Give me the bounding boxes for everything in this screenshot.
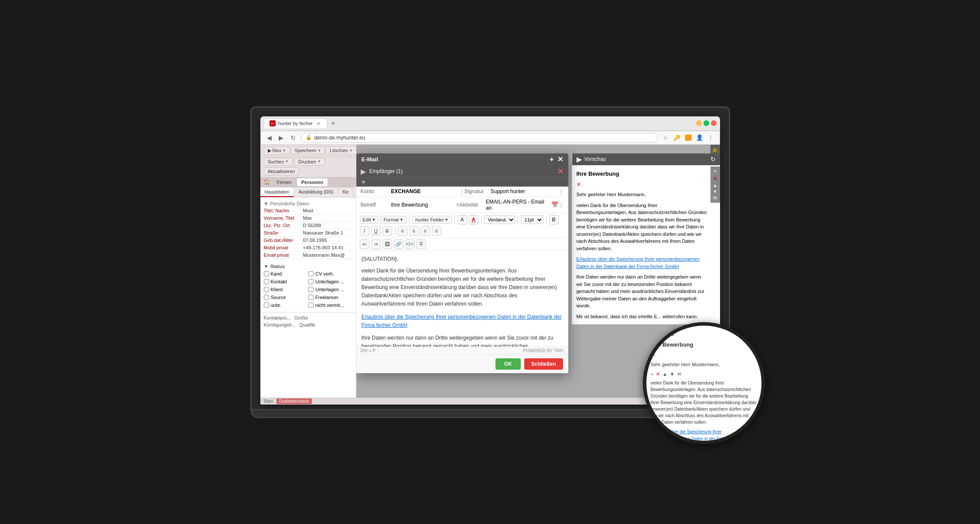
forward-button[interactable]: ▶ (277, 133, 285, 142)
preview-salutation: Sehr geehrter Herr Mustermann, (577, 191, 708, 198)
address-bar: ◀ ▶ ↻ 🔒 demo-de.myhunter.eu ☆ 🔑 🟧 👤 ⋮ (260, 131, 720, 145)
underline-button[interactable]: U (371, 226, 381, 236)
suchen-button[interactable]: Suchen ▼ (264, 158, 293, 166)
checkbox-kontakt-input[interactable] (264, 279, 269, 284)
mag-body: vielen Dank für die Übersendung Ihrer Be… (651, 380, 757, 425)
editor-area[interactable]: {SALUTATION}, vielen Dank für die Überse… (356, 251, 568, 347)
justify-button[interactable]: ≡ (432, 226, 441, 236)
close-window-button[interactable] (711, 120, 717, 126)
konto-more-button[interactable]: ⋮ (459, 188, 464, 195)
betreff-value: Ihre Bewerbung (391, 202, 457, 208)
checkbox-unbr-input[interactable] (264, 303, 269, 308)
format-dropdown-button[interactable]: Format ▼ (380, 216, 406, 224)
mag-title: Ihre Bewerbung (651, 340, 757, 349)
checkbox-source-input[interactable] (264, 295, 269, 300)
checkbox-unterlagen2-input[interactable] (308, 287, 314, 292)
preview-chevron-down[interactable]: ▼ (713, 189, 717, 194)
loeschen-dropdown-arrow: ▼ (349, 149, 353, 153)
tab-hauptdaten[interactable]: Hauptdaten (260, 187, 294, 197)
statusbar-path: DIV » P (361, 348, 376, 353)
code-button[interactable]: </> (405, 239, 415, 249)
loeschen-button[interactable]: Löschen ▼ (326, 146, 356, 154)
image-button[interactable]: 🖼 (382, 239, 392, 249)
checkbox-freelancer-input[interactable] (308, 295, 314, 300)
mag-chevron-up-icon: ▲ (662, 371, 667, 378)
preview-expand-icon[interactable]: ▶ (577, 155, 582, 163)
bookmark-icon[interactable]: ☆ (661, 133, 670, 142)
value-vorname: Max (303, 215, 352, 221)
field-geb: Geb.dat./Alter 07.08.1995 (264, 237, 352, 244)
italic-button[interactable]: I (360, 226, 369, 236)
back-button[interactable]: ◀ (265, 133, 273, 142)
felder-dropdown-button[interactable]: hunter Felder ▼ (412, 216, 451, 224)
checkbox-source: Source (264, 294, 308, 301)
betreff-align-button[interactable]: ≡ (456, 201, 460, 208)
drucken-button[interactable]: Drucken ▼ (294, 158, 325, 166)
preview-mail-icon[interactable]: ✉ (713, 195, 717, 201)
indent-left-button[interactable]: ⇐ (360, 239, 369, 249)
font-size-select[interactable]: 11pt (521, 215, 543, 224)
refresh-button[interactable]: ↻ (289, 133, 297, 142)
field-strasse: Straße Nassauer Straße 1 (264, 229, 352, 237)
preview-chevron-x[interactable]: ✕ (713, 176, 717, 182)
preview-link-text[interactable]: Erlaubnis über die Speicherung Ihrer per… (577, 256, 700, 269)
app-toolbar: ▶ Neu ▼ Speichern ▼ Löschen ▼ (260, 145, 356, 157)
align-center-button[interactable]: ≡ (409, 226, 419, 236)
collapse-icon[interactable]: ▼ (361, 179, 367, 186)
url-input[interactable]: 🔒 demo-de.myhunter.eu (301, 133, 658, 143)
maximize-button[interactable] (703, 120, 709, 126)
aktualisieren-button[interactable]: Aktualisieren (264, 167, 299, 175)
checkbox-klient-input[interactable] (264, 287, 269, 292)
new-tab-button[interactable]: + (328, 118, 338, 129)
tab-ke[interactable]: Ke (338, 187, 353, 197)
checkbox-nicht-vermit-input[interactable] (308, 303, 314, 308)
font-family-select[interactable]: Verdana (484, 215, 515, 224)
toolbar-section-left: ▶ Neu ▼ Speichern ▼ Löschen ▼ (264, 146, 356, 155)
remove-recipient-button[interactable]: ✕ (557, 167, 564, 175)
neu-button[interactable]: ▶ Neu ▼ (264, 146, 290, 155)
speichern-button[interactable]: Speichern ▼ (291, 146, 325, 154)
font-color2-button[interactable]: A (469, 215, 478, 225)
nav-firmen[interactable]: Firmen (273, 178, 296, 186)
link-button[interactable]: 🔗 (394, 239, 403, 249)
checkbox-freelancer-label: Freelancer (315, 295, 338, 300)
tab-close-button[interactable]: ✕ (315, 120, 321, 126)
mag-plus-icon: + (651, 371, 653, 378)
align-left-button[interactable]: ≡ (398, 226, 407, 236)
address-bar-actions: ☆ 🔑 🟧 👤 ⋮ (661, 133, 715, 142)
signatur-more-button[interactable]: ⋮ (558, 188, 564, 195)
aktivitaet-cal-button[interactable]: 📅 (551, 201, 558, 208)
browser-tab[interactable]: H hunter by fecher ✕ (264, 118, 328, 128)
edit-dropdown-button[interactable]: Edit ▼ (360, 216, 379, 224)
extension-icon1[interactable]: 🟧 (684, 133, 693, 142)
expand-recipients-button[interactable]: ▶ (361, 167, 366, 176)
checkbox-unterlagen1-input[interactable] (308, 279, 314, 284)
aktivitaet-more-button[interactable]: ⋮ (558, 201, 564, 208)
nav-personen[interactable]: Personen (297, 178, 328, 186)
checkbox-cv-input[interactable] (308, 271, 314, 276)
preview-chevron-up2[interactable]: ▲ (713, 183, 717, 188)
checkbox-kand-input[interactable] (264, 271, 269, 276)
tab-ausbildung[interactable]: Ausbildung (0/0) (294, 187, 338, 197)
preview-refresh-icon[interactable]: ↻ (710, 156, 716, 163)
font-color-button[interactable]: A (458, 215, 467, 225)
betreff-row: Betreff Ihre Bewerbung ≡ Aktivität EMAIL… (356, 197, 568, 213)
app-toolbar-row2: Suchen ▼ Drucken ▼ Aktualisieren (260, 157, 356, 177)
preview-chevron-up[interactable]: + (714, 168, 717, 174)
ok-button[interactable]: OK (495, 358, 521, 370)
extension-icon2[interactable]: 👤 (695, 133, 704, 142)
strikethrough-button[interactable]: S (382, 226, 392, 236)
close-button[interactable]: Schließen (524, 358, 563, 370)
menu-icon[interactable]: ⋮ (707, 133, 715, 142)
key-icon[interactable]: 🔑 (673, 133, 681, 142)
align-right-button[interactable]: ≡ (420, 226, 430, 236)
bold-button[interactable]: B (549, 215, 559, 225)
clear-format-button[interactable]: T̶ (417, 239, 426, 249)
modal-add-button[interactable]: + (550, 156, 553, 163)
minimize-button[interactable] (696, 120, 702, 126)
recipients-row: ▶ Empfänger (1) ✕ (356, 166, 568, 178)
editor-link-text[interactable]: Erlaubnis über die Speicherung Ihrer per… (362, 314, 562, 328)
home-nav-icon[interactable]: 🏠 (262, 178, 272, 186)
indent-right-button[interactable]: ⇒ (371, 239, 381, 249)
modal-close-button[interactable]: ✕ (557, 156, 563, 163)
